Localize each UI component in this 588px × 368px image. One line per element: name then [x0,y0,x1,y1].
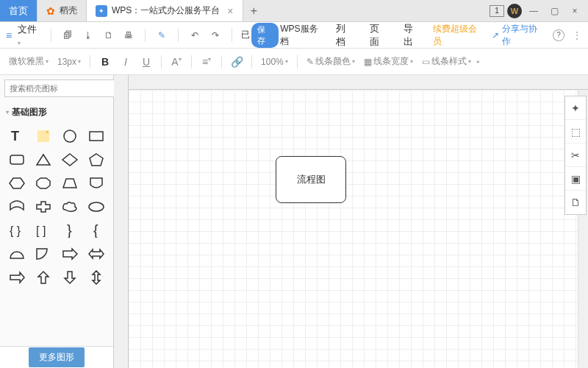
app-icon: ✦ [96,5,107,17]
file-menu[interactable]: 文件 ▾ [18,23,42,47]
shape-octagon[interactable] [32,173,55,194]
select-icon[interactable]: ⬚ [565,120,586,144]
menu-tab-export[interactable]: 导出 [399,22,427,49]
bold-button[interactable]: B [96,56,114,68]
close-window-button[interactable]: × [566,2,584,20]
hamburger-icon[interactable]: ≡ [6,29,12,41]
shape-sidebar: ▾基础图形 T { } [ ] } [0,75,114,368]
canvas[interactable]: 流程图 [129,90,588,368]
toolbar-overflow[interactable]: ▸ [477,58,480,65]
titlebar: 首页 ✿ 稻壳 ✦ WPS：一站式办公服务平台 × + 1 W — ▢ × [0,0,588,22]
shape-arrow-right[interactable] [5,267,29,288]
shape-text[interactable]: T [5,126,29,146]
redo-icon[interactable]: ↷ [208,28,223,43]
brush-icon[interactable]: ✎ [154,28,169,43]
svg-point-7 [89,202,104,211]
download-icon[interactable]: ⭳ [81,28,96,43]
shape-bracket[interactable]: [ ] [32,220,55,241]
formatting-toolbar: 微软雅黑 ▾ 13px ▾ B I U A ▾ ≡ ▾ 🔗 100% ▾ ✎ 线… [0,49,588,75]
premium-link[interactable]: 续费超级会员 [433,23,485,48]
shape-arrow-double[interactable] [85,244,108,264]
shape-brace-single[interactable]: } [58,220,82,241]
svg-text:{  }: { } [10,224,21,237]
more-menu[interactable]: ⋮ [572,29,582,41]
shape-rect[interactable] [85,126,108,146]
tab-home[interactable]: 首页 [0,0,37,21]
shape-plus[interactable] [32,197,55,217]
line-style-tool[interactable]: ▭ 线条样式 ▾ [419,55,474,68]
shape-arc[interactable] [5,197,29,217]
new-tab-button[interactable]: + [243,0,265,21]
shape-pentagon[interactable] [85,149,108,170]
section-header[interactable]: ▾基础图形 [0,102,113,123]
help-button[interactable]: ? [553,29,564,41]
tab-daoqiao[interactable]: ✿ 稻壳 [37,0,87,21]
align-button[interactable]: ≡ ▾ [198,56,215,68]
close-icon[interactable]: × [227,5,233,17]
horizontal-ruler [129,75,588,90]
minimize-button[interactable]: — [525,2,542,20]
svg-rect-6 [10,155,24,164]
zoom-selector[interactable]: 100% ▾ [258,57,291,67]
fontsize-selector[interactable]: 13px ▾ [54,57,84,67]
fire-icon: ✿ [46,5,55,17]
line-width-tool[interactable]: ▦ 线条宽度 ▾ [361,55,416,68]
page-icon[interactable]: 🗋 [565,191,586,214]
italic-button[interactable]: I [117,56,135,68]
tab-document[interactable]: ✦ WPS：一站式办公服务平台 × [87,0,243,21]
menubar: ≡ 文件 ▾ 🗐 ⭳ 🗋 🖶 ✎ ↶ ↷ 已保存WPS服务档 列档 页面 导出 … [0,22,588,49]
flowchart-node[interactable]: 流程图 [276,156,346,203]
layers-icon[interactable]: ▣ [565,167,586,191]
shape-hexagon[interactable] [5,173,29,194]
undo-icon[interactable]: ↶ [187,28,202,43]
link-button[interactable]: 🔗 [228,56,245,68]
shape-roundrect[interactable] [5,149,29,170]
shape-arrow-down[interactable] [58,267,82,288]
shape-arrow-updown[interactable] [85,267,108,288]
shape-diamond[interactable] [58,149,82,170]
shape-arrow-block[interactable] [58,244,82,264]
shape-note[interactable] [32,126,55,146]
crop-icon[interactable]: ✂ [565,144,586,167]
window-count[interactable]: 1 [490,5,504,17]
svg-text:[  ]: [ ] [36,224,46,237]
svg-text:}: } [67,223,72,238]
shape-palette: T { } [ ] } { [1,126,112,288]
maximize-button[interactable]: ▢ [545,2,563,20]
floating-toolbar: ✦ ⬚ ✂ ▣ 🗋 [564,96,587,215]
shape-halfcircle[interactable] [5,244,29,264]
compass-icon[interactable]: ✦ [565,96,586,120]
menu-tab-page[interactable]: 页面 [365,22,393,49]
canvas-area: 流程图 [114,75,588,368]
user-avatar[interactable]: W [507,4,522,18]
shape-arrow-up[interactable] [32,267,55,288]
shape-trap[interactable] [58,173,82,194]
shape-cloud[interactable] [58,197,82,217]
menu-tab-list[interactable]: 列档 [331,22,359,49]
shape-brace-single2[interactable]: { [85,220,108,241]
shape-triangle[interactable] [32,149,55,170]
export-icon[interactable]: 🗋 [101,28,116,43]
svg-text:{: { [93,223,98,238]
underline-button[interactable]: U [137,56,155,68]
shape-brace-l[interactable]: { } [5,220,29,241]
shape-shield[interactable] [85,173,108,194]
sync-status: 已保存WPS服务档 [241,23,326,48]
shape-circle[interactable] [58,126,82,146]
font-color-button[interactable]: A ▾ [168,56,185,68]
search-input[interactable] [4,79,116,97]
share-button[interactable]: ↗ 分享与协作 [492,23,545,48]
svg-point-4 [64,130,76,142]
shape-quarter[interactable] [32,244,55,264]
more-shapes-button[interactable]: 更多图形 [29,347,85,367]
svg-text:T: T [11,129,19,144]
print-icon[interactable]: 🖶 [122,28,137,43]
shape-ellipse[interactable] [85,197,108,217]
save-icon[interactable]: 🗐 [60,28,75,43]
svg-rect-5 [90,132,103,141]
vertical-ruler [114,75,129,368]
main-area: ▾基础图形 T { } [ ] } [0,75,588,368]
line-color-tool[interactable]: ✎ 线条颜色 ▾ [304,55,358,68]
font-selector[interactable]: 微软雅黑 ▾ [6,55,51,68]
